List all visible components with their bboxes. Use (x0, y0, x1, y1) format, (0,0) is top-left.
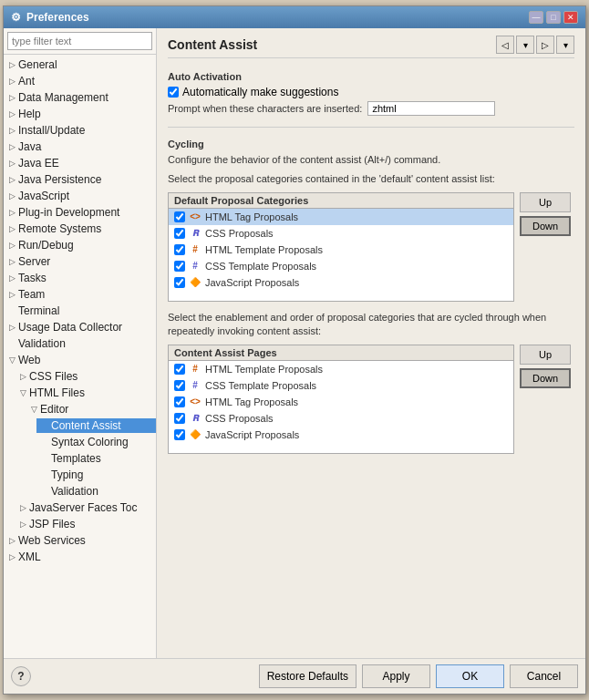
tree-item-css-files[interactable]: ▷ CSS Files (15, 368, 156, 385)
minimize-button[interactable]: — (529, 11, 543, 24)
pages-checkbox-js[interactable] (174, 429, 185, 440)
tree-item-html-files[interactable]: ▽ HTML Files (15, 385, 156, 401)
label-ant: Ant (16, 75, 35, 88)
label-syntax-coloring: Syntax Coloring (49, 436, 129, 448)
filter-box (4, 28, 156, 55)
tree-item-jsf[interactable]: ▷ JavaServer Faces Toc (15, 499, 156, 516)
tree-item-general[interactable]: ▷ General (4, 57, 156, 73)
prompt-input[interactable] (367, 101, 495, 116)
cancel-button[interactable]: Cancel (510, 664, 578, 688)
pages-checkbox-css[interactable] (174, 413, 185, 424)
label-terminal: Terminal (16, 304, 59, 317)
arrow-java: ▷ (7, 142, 16, 151)
proposal-item-css-template[interactable]: # CSS Template Proposals (169, 258, 513, 274)
css-template-icon: # (189, 260, 202, 273)
pages-checkbox-css-template[interactable] (174, 380, 185, 391)
tree-item-editor[interactable]: ▽ Editor (26, 401, 156, 417)
tree-item-xml[interactable]: ▷ XML (4, 549, 156, 565)
tree-item-web[interactable]: ▽ Web (4, 352, 156, 368)
pages-item-css[interactable]: 𝙍 CSS Proposals (169, 410, 513, 427)
tree-item-java[interactable]: ▷ Java (4, 139, 156, 155)
proposal-checkbox-css-template[interactable] (174, 261, 185, 272)
tree-item-data-management[interactable]: ▷ Data Management (4, 89, 156, 106)
tree-item-validation-top[interactable]: Validation (4, 335, 156, 352)
tree-item-syntax-coloring[interactable]: Syntax Coloring (36, 434, 156, 450)
tree-item-ant[interactable]: ▷ Ant (4, 73, 156, 89)
tree-item-validation-editor[interactable]: Validation (36, 483, 156, 499)
default-proposals-area: Default Proposal Categories <> HTML Tag … (168, 192, 574, 302)
label-web-services: Web Services (16, 534, 86, 547)
proposal-checkbox-css[interactable] (174, 228, 185, 239)
tree-item-help[interactable]: ▷ Help (4, 106, 156, 122)
proposal-checkbox-html-template[interactable] (174, 244, 185, 255)
auto-suggestions-checkbox[interactable] (168, 87, 179, 98)
tree-item-team[interactable]: ▷ Team (4, 286, 156, 303)
proposal-item-css[interactable]: 𝙍 CSS Proposals (169, 225, 513, 242)
pages-item-js[interactable]: 🔶 JavaScript Proposals (169, 427, 513, 443)
panel-title: Content Assist (168, 37, 257, 52)
apply-button[interactable]: Apply (362, 664, 430, 688)
tree-item-content-assist[interactable]: Content Assist (36, 417, 156, 434)
arrow-terminal (7, 306, 16, 315)
restore-defaults-button[interactable]: Restore Defaults (259, 664, 356, 688)
proposal-checkbox-html-tag[interactable] (174, 211, 185, 222)
proposal-item-html-tag[interactable]: <> HTML Tag Proposals (169, 209, 513, 225)
pages-item-css-template[interactable]: # CSS Template Proposals (169, 377, 513, 394)
arrow-templates (40, 454, 49, 463)
arrow-remote-systems: ▷ (7, 224, 16, 233)
default-proposals-buttons: Up Down (520, 192, 574, 302)
proposal-checkbox-js[interactable] (174, 277, 185, 288)
close-button[interactable]: ✕ (563, 11, 578, 24)
tree-item-java-persistence[interactable]: ▷ Java Persistence (4, 171, 156, 188)
pages-down-button[interactable]: Down (520, 368, 571, 388)
pages-item-html-template[interactable]: # HTML Template Proposals (169, 361, 513, 377)
arrow-install-update: ▷ (7, 126, 16, 135)
tree-item-server[interactable]: ▷ Server (4, 253, 156, 270)
tree-item-java-ee[interactable]: ▷ Java EE (4, 155, 156, 171)
proposal-item-js[interactable]: 🔶 JavaScript Proposals (169, 274, 513, 291)
editor-children: Content Assist Syntax Coloring (26, 417, 156, 499)
html-files-children: ▽ Editor Content Assist (15, 401, 156, 499)
tree-item-templates[interactable]: Templates (36, 450, 156, 467)
maximize-button[interactable]: □ (546, 11, 561, 24)
arrow-data-management: ▷ (7, 93, 16, 102)
arrow-css-files: ▷ (18, 372, 27, 381)
label-plugin-dev: Plug-in Development (16, 206, 119, 219)
tree-item-plugin-dev[interactable]: ▷ Plug-in Development (4, 204, 156, 221)
tree-item-install-update[interactable]: ▷ Install/Update (4, 122, 156, 139)
cycling-title: Cycling (168, 139, 574, 149)
default-up-button[interactable]: Up (520, 192, 571, 212)
ok-button[interactable]: OK (436, 664, 504, 688)
forward-dropdown-button[interactable]: ▾ (556, 36, 574, 54)
pages-label-html-tag: HTML Tag Proposals (205, 396, 298, 407)
title-bar-controls: — □ ✕ (529, 11, 578, 24)
pages-checkbox-html-tag[interactable] (174, 396, 185, 407)
tree-item-usage-data[interactable]: ▷ Usage Data Collector (4, 319, 156, 335)
tree-item-typing[interactable]: Typing (36, 467, 156, 483)
pages-up-button[interactable]: Up (520, 345, 571, 365)
filter-input[interactable] (7, 32, 152, 50)
tree-item-tasks[interactable]: ▷ Tasks (4, 270, 156, 286)
back-button[interactable]: ◁ (496, 36, 514, 54)
label-install-update: Install/Update (16, 124, 85, 137)
auto-suggestions-row: Automatically make suggestions (168, 86, 574, 98)
pages-checkbox-html-template[interactable] (174, 364, 185, 375)
pages-item-html-tag[interactable]: <> HTML Tag Proposals (169, 394, 513, 410)
tree-item-terminal[interactable]: Terminal (4, 303, 156, 319)
proposal-item-html-template[interactable]: # HTML Template Proposals (169, 242, 513, 258)
arrow-team: ▷ (7, 290, 16, 299)
label-java: Java (16, 140, 41, 153)
tree-item-remote-systems[interactable]: ▷ Remote Systems (4, 221, 156, 237)
tree-item-web-services[interactable]: ▷ Web Services (4, 532, 156, 549)
label-javascript: JavaScript (16, 190, 69, 202)
label-web: Web (16, 354, 40, 366)
dropdown-button[interactable]: ▾ (516, 36, 534, 54)
tree: ▷ General ▷ Ant ▷ Data Management (4, 55, 156, 658)
tree-item-javascript[interactable]: ▷ JavaScript (4, 188, 156, 204)
help-button[interactable]: ? (11, 666, 31, 686)
arrow-jsp-files: ▷ (18, 520, 27, 529)
tree-item-run-debug[interactable]: ▷ Run/Debug (4, 237, 156, 253)
tree-item-jsp-files[interactable]: ▷ JSP Files (15, 516, 156, 532)
forward-button[interactable]: ▷ (536, 36, 554, 54)
default-down-button[interactable]: Down (520, 216, 571, 236)
